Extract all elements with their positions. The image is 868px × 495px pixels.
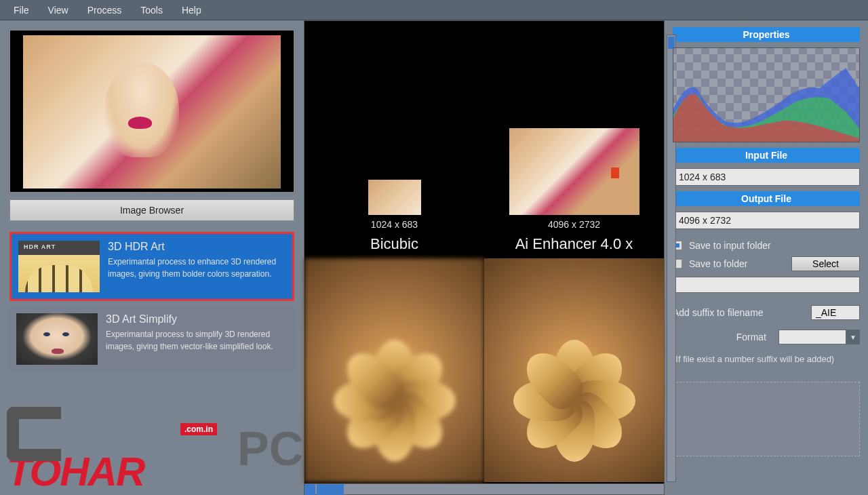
process-thumb-hdr bbox=[18, 241, 100, 292]
output-preview-placeholder bbox=[673, 382, 860, 456]
process-item-3d-art-simplify[interactable]: 3D Art Simplify Experimantal process to … bbox=[9, 306, 294, 372]
comparison-original: 1024 x 683 Bicubic bbox=[304, 21, 484, 258]
horizontal-scrollbar[interactable] bbox=[304, 483, 664, 494]
properties-header: Properties bbox=[673, 27, 860, 42]
save-input-folder-label: Save to input folder bbox=[689, 240, 771, 251]
process-desc: Experimantal process to simplify 3D rend… bbox=[106, 328, 288, 353]
histogram bbox=[673, 47, 860, 142]
original-thumb bbox=[368, 180, 421, 215]
image-preview bbox=[9, 30, 294, 193]
properties-panel: Properties Input File 1024 x 683 Output … bbox=[665, 20, 868, 495]
input-file-field[interactable]: 1024 x 683 bbox=[673, 168, 860, 186]
menu-process[interactable]: Process bbox=[87, 5, 122, 16]
select-folder-button[interactable]: Select bbox=[791, 256, 860, 271]
process-desc: Experimantal process to enhance 3D rende… bbox=[108, 256, 285, 280]
menu-help[interactable]: Help bbox=[182, 5, 201, 16]
input-file-header: Input File bbox=[673, 148, 860, 163]
original-size: 1024 x 683 bbox=[371, 219, 418, 230]
output-file-header: Output File bbox=[673, 191, 860, 206]
enhanced-thumb bbox=[509, 128, 639, 215]
detail-ai-enhancer bbox=[484, 258, 664, 482]
menubar: File View Process Tools Help bbox=[0, 0, 868, 20]
comparison-enhanced: 4096 x 2732 Ai Enhancer 4.0 x bbox=[484, 21, 664, 258]
process-thumb-face bbox=[16, 313, 98, 365]
process-title: 3D HDR Art bbox=[108, 241, 285, 253]
scroll-left-button[interactable] bbox=[304, 484, 315, 495]
format-label: Format bbox=[736, 332, 766, 342]
format-select[interactable]: JPG File bbox=[778, 330, 846, 344]
center-comparison: 1024 x 683 Bicubic 4096 x 2732 Ai Enhanc… bbox=[304, 20, 665, 495]
process-title: 3D Art Simplify bbox=[106, 313, 288, 325]
suffix-note: (If file exist a number suffix will be a… bbox=[673, 354, 860, 364]
menu-tools[interactable]: Tools bbox=[140, 5, 163, 16]
enhanced-size: 4096 x 2732 bbox=[548, 219, 600, 230]
detail-bicubic bbox=[304, 258, 484, 482]
bicubic-label: Bicubic bbox=[370, 235, 418, 253]
portrait-image bbox=[23, 35, 281, 189]
left-panel: Image Browser 3D HDR Art Experimantal pr… bbox=[0, 20, 304, 495]
suffix-input[interactable] bbox=[811, 305, 860, 320]
menu-file[interactable]: File bbox=[14, 5, 29, 16]
suffix-label: Add suffix to filename bbox=[673, 307, 764, 318]
process-item-3d-hdr-art[interactable]: 3D HDR Art Experimantal process to enhan… bbox=[9, 232, 294, 301]
save-to-folder-label: Save to folder bbox=[689, 258, 747, 269]
folder-path-field[interactable] bbox=[673, 277, 860, 293]
scroll-thumb[interactable] bbox=[317, 484, 344, 495]
output-file-field[interactable]: 4096 x 2732 bbox=[673, 212, 860, 229]
image-browser-button[interactable]: Image Browser bbox=[9, 199, 294, 221]
process-list: 3D HDR Art Experimantal process to enhan… bbox=[9, 232, 294, 372]
menu-view[interactable]: View bbox=[48, 5, 68, 16]
ai-enhancer-label: Ai Enhancer 4.0 x bbox=[515, 235, 633, 253]
chevron-down-icon[interactable]: ▼ bbox=[846, 330, 860, 344]
